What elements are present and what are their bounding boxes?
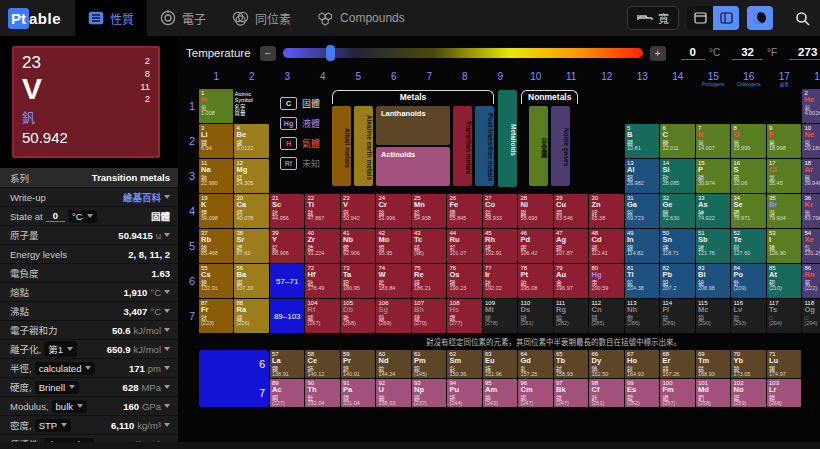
temperature-slider-handle[interactable] bbox=[326, 45, 335, 61]
element-cell-Ce[interactable]: 58Ce鈰140.12 bbox=[305, 350, 340, 378]
property-option-dropdown[interactable]: Brinell bbox=[35, 381, 79, 394]
property-value[interactable]: 50.9415u bbox=[118, 230, 170, 241]
temperature-plus-button[interactable]: + bbox=[650, 46, 666, 61]
property-option-dropdown[interactable]: bulk bbox=[52, 400, 87, 413]
element-cell-Nd[interactable]: 60Nd釹144.24 bbox=[376, 350, 411, 378]
temperature-value-input[interactable]: 32 bbox=[732, 46, 763, 60]
search-icon[interactable] bbox=[795, 11, 810, 26]
element-cell-Au[interactable]: 79Au金196.97 bbox=[554, 264, 589, 298]
element-cell-Bh[interactable]: 107Bh𨨏(270) bbox=[412, 299, 447, 333]
phase-legend-item[interactable]: H氣體 bbox=[280, 137, 320, 150]
tab-isotopes[interactable]: 同位素 bbox=[219, 0, 304, 36]
element-cell-Br[interactable]: 35Br溴79.904 bbox=[767, 194, 802, 228]
element-cell-As[interactable]: 33As砷74.922 bbox=[696, 194, 731, 228]
element-cell-Pr[interactable]: 59Pr鐠140.91 bbox=[341, 350, 376, 378]
tab-properties[interactable]: 性質 bbox=[75, 0, 147, 36]
lanthanide-range-cell[interactable]: 57–71 bbox=[270, 264, 305, 298]
property-value[interactable]: 1,910°C bbox=[124, 287, 170, 298]
temperature-value-input[interactable]: 0 bbox=[681, 46, 705, 60]
element-cell-Bk[interactable]: 97Bk鉳(247) bbox=[554, 379, 589, 407]
element-cell-K[interactable]: 19K鉀39.098 bbox=[199, 194, 233, 228]
element-cell-Hg[interactable]: 80Hg汞200.59 bbox=[589, 264, 624, 298]
element-cell-Hs[interactable]: 108Hs𨭆(277) bbox=[447, 299, 482, 333]
element-cell-Po[interactable]: 84Po釙(209) bbox=[731, 264, 766, 298]
category-bar-ng[interactable]: Noble gases bbox=[551, 106, 570, 186]
element-cell-B[interactable]: 5B硼10.81 bbox=[625, 124, 660, 158]
element-cell-Al[interactable]: 13Al鋁26.982 bbox=[625, 159, 660, 193]
tab-electrons[interactable]: 電子 bbox=[147, 0, 219, 36]
element-cell-Na[interactable]: 11Na鈉22.990 bbox=[199, 159, 233, 193]
category-bar-pt[interactable]: Post-transition metals bbox=[475, 106, 494, 186]
category-bar-tm[interactable]: Transition metals bbox=[453, 106, 472, 186]
element-cell-Ra[interactable]: 88Ra鐳(226) bbox=[234, 299, 269, 333]
element-cell-Cl[interactable]: 17Cl氯35.45 bbox=[767, 159, 802, 193]
element-cell-Nb[interactable]: 41Nb鈮92.906 bbox=[341, 229, 376, 263]
element-cell-Sb[interactable]: 51Sb銻121.76 bbox=[696, 229, 731, 263]
element-cell-Ds[interactable]: 110Ds鐽(281) bbox=[518, 299, 552, 333]
category-bar-mo[interactable]: Metalloids bbox=[498, 90, 517, 187]
phase-legend-item[interactable]: Hg液體 bbox=[280, 117, 320, 130]
element-cell-Sm[interactable]: 62Sm釤150.36 bbox=[447, 350, 482, 378]
layout-sidebar-button[interactable] bbox=[713, 6, 739, 30]
element-cell-Rb[interactable]: 37Rb銣85.468 bbox=[199, 229, 233, 263]
property-value[interactable]: 171pm bbox=[129, 363, 170, 374]
element-cell-Rh[interactable]: 45Rh銠102.91 bbox=[483, 229, 518, 263]
category-bar-ak[interactable]: Alkali metals bbox=[332, 106, 351, 186]
tab-compounds[interactable]: Compounds bbox=[304, 0, 418, 36]
element-cell-Lv[interactable]: 116Lv鉝(293) bbox=[731, 299, 766, 333]
element-cell-Tb[interactable]: 65Tb鋱158.93 bbox=[554, 350, 589, 378]
element-cell-Gd[interactable]: 64Gd釓157.25 bbox=[518, 350, 552, 378]
category-bar-ae[interactable]: Alkaline earth metals bbox=[354, 106, 373, 186]
element-cell-H[interactable]: 1H氫1.008 bbox=[199, 89, 233, 123]
element-cell-Pb[interactable]: 82Pb鉛207.2 bbox=[660, 264, 695, 298]
element-cell-Re[interactable]: 75Re錸186.21 bbox=[412, 264, 447, 298]
element-cell-Pu[interactable]: 94Pu鈽(244) bbox=[447, 379, 482, 407]
element-cell-Am[interactable]: 95Am鋂(243) bbox=[483, 379, 518, 407]
element-cell-Ge[interactable]: 32Ge鍺72.630 bbox=[660, 194, 695, 228]
element-cell-Ac[interactable]: 89Ac錒(227) bbox=[270, 379, 305, 407]
element-cell-Ta[interactable]: 73Ta鉭180.95 bbox=[341, 264, 376, 298]
element-cell-Cs[interactable]: 55Cs銫132.91 bbox=[199, 264, 233, 298]
element-cell-Ag[interactable]: 47Ag銀107.87 bbox=[554, 229, 589, 263]
dark-mode-button[interactable] bbox=[747, 6, 773, 30]
element-cell-Tl[interactable]: 81Tl鉈204.38 bbox=[625, 264, 660, 298]
element-cell-Ru[interactable]: 44Ru釕101.07 bbox=[447, 229, 482, 263]
element-name-link[interactable]: 釩 bbox=[22, 107, 68, 126]
element-cell-Rg[interactable]: 111Rg錀(282) bbox=[554, 299, 589, 333]
element-cell-Mn[interactable]: 25Mn錳54.938 bbox=[412, 194, 447, 228]
element-cell-Cr[interactable]: 24Cr鉻51.996 bbox=[376, 194, 411, 228]
property-value[interactable]: 6,110kg/m³ bbox=[111, 420, 170, 431]
element-cell-Fe[interactable]: 26Fe鐵55.845 bbox=[447, 194, 482, 228]
element-cell-Tm[interactable]: 69Tm銩168.93 bbox=[696, 350, 731, 378]
element-cell-Lu[interactable]: 71Lu鎦174.97 bbox=[767, 350, 802, 378]
element-cell-I[interactable]: 53I碘126.90 bbox=[767, 229, 802, 263]
element-cell-Pa[interactable]: 91Pa鏷231.04 bbox=[341, 379, 376, 407]
element-cell-Nh[interactable]: 113Nh鉨(286) bbox=[625, 299, 660, 333]
element-cell-Ir[interactable]: 77Ir銥192.22 bbox=[483, 264, 518, 298]
property-value[interactable]: 650.9kJ/mol bbox=[107, 344, 170, 355]
element-cell-Sc[interactable]: 21Sc鈧44.956 bbox=[270, 194, 305, 228]
element-cell-Eu[interactable]: 63Eu銪151.96 bbox=[483, 350, 518, 378]
element-cell-He[interactable]: 2He氦4.0026 bbox=[802, 89, 820, 123]
element-cell-No[interactable]: 102No鍩(259) bbox=[731, 379, 766, 407]
element-cell-Te[interactable]: 52Te碲127.60 bbox=[731, 229, 766, 263]
element-cell-Sr[interactable]: 38Sr鍶87.62 bbox=[234, 229, 269, 263]
element-cell-At[interactable]: 85At砈(210) bbox=[767, 264, 802, 298]
element-cell-Ho[interactable]: 67Ho鈥164.93 bbox=[625, 350, 660, 378]
property-value[interactable]: 3,407°C bbox=[124, 306, 170, 317]
temperature-slider[interactable] bbox=[283, 48, 643, 58]
element-cell-Be[interactable]: 4Be鈹9.0122 bbox=[234, 124, 269, 158]
property-value[interactable]: 維基百科 bbox=[123, 190, 170, 204]
element-cell-Cn[interactable]: 112Cn鎶(285) bbox=[589, 299, 624, 333]
element-cell-Rf[interactable]: 104Rf鑪(267) bbox=[305, 299, 340, 333]
element-cell-C[interactable]: 6C碳12.011 bbox=[660, 124, 695, 158]
element-cell-N[interactable]: 7N氮14.007 bbox=[696, 124, 731, 158]
element-cell-Yb[interactable]: 70Yb鐿173.05 bbox=[731, 350, 766, 378]
element-cell-Ar[interactable]: 18Ar氬39.948 bbox=[802, 159, 820, 193]
element-cell-Lr[interactable]: 103Lr鐒(266) bbox=[767, 379, 802, 407]
element-cell-Es[interactable]: 99Es鑀(252) bbox=[625, 379, 660, 407]
element-cell-La[interactable]: 57La鑭138.91 bbox=[270, 350, 305, 378]
element-cell-W[interactable]: 74W鎢183.84 bbox=[376, 264, 411, 298]
element-cell-O[interactable]: 8O氧15.999 bbox=[731, 124, 766, 158]
wide-view-button[interactable]: 寬 bbox=[627, 6, 679, 30]
